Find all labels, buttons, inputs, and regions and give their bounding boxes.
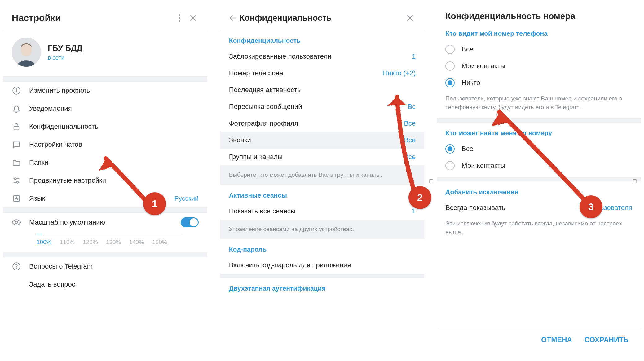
zoom-step[interactable]: 140% bbox=[129, 239, 144, 246]
help-label: Задать вопрос bbox=[29, 280, 75, 288]
svg-point-14 bbox=[15, 178, 16, 180]
menu-label: Папки bbox=[29, 158, 48, 167]
row-value: Никто (+2) bbox=[383, 69, 416, 77]
row-label: Заблокированные пользователи bbox=[229, 52, 412, 60]
zoom-step[interactable]: 110% bbox=[60, 239, 75, 246]
passcode-row[interactable]: Включить код-пароль для приложения bbox=[220, 257, 425, 274]
phone-privacy-header: Конфиденциальность номера bbox=[437, 6, 641, 23]
avatar bbox=[12, 38, 41, 67]
row-label: Группы и каналы bbox=[229, 153, 404, 161]
annotation-arrow-2 bbox=[378, 78, 440, 208]
radio-icon bbox=[445, 45, 455, 54]
svg-rect-11 bbox=[14, 126, 19, 130]
svg-point-19 bbox=[16, 268, 17, 269]
radio-icon bbox=[445, 161, 455, 170]
radio-icon bbox=[445, 78, 455, 87]
eye-icon bbox=[12, 218, 21, 227]
row-label: Звонки bbox=[229, 136, 404, 144]
menu-label: Изменить профиль bbox=[29, 87, 90, 95]
zoom-toggle[interactable] bbox=[181, 217, 199, 227]
svg-point-2 bbox=[179, 20, 180, 22]
radio-icon bbox=[445, 61, 455, 71]
help-icon bbox=[12, 280, 21, 289]
zoom-step[interactable]: 120% bbox=[83, 239, 98, 246]
menu-label: Настройки чатов bbox=[29, 140, 82, 149]
help-item-faq[interactable]: Вопросы о Telegram bbox=[3, 257, 207, 275]
svg-point-0 bbox=[179, 14, 180, 16]
section-privacy: Конфиденциальность bbox=[220, 30, 425, 48]
bell-icon bbox=[12, 104, 21, 113]
zoom-slider[interactable]: 100%110%120%130%140%150% bbox=[3, 232, 207, 252]
radio-label: Все bbox=[461, 145, 473, 153]
settings-title: Настройки bbox=[12, 13, 173, 23]
menu-label: Уведомления bbox=[29, 105, 72, 113]
radio-label: Все bbox=[461, 45, 473, 53]
annotation-badge-2: 2 bbox=[408, 186, 431, 209]
svg-point-17 bbox=[15, 221, 18, 224]
privacy-header: Конфиденциальность bbox=[220, 6, 425, 30]
back-icon[interactable] bbox=[226, 11, 240, 25]
privacy-title: Конфиденциальность bbox=[240, 13, 404, 23]
row-label: Номер телефона bbox=[229, 69, 383, 77]
radio-label: Мои контакты bbox=[461, 62, 505, 70]
menu-label: Язык bbox=[29, 194, 45, 203]
row-label: Фотография профиля bbox=[229, 119, 404, 127]
zoom-step[interactable]: 100% bbox=[37, 239, 52, 246]
menu-label: Конфиденциальность bbox=[29, 123, 98, 131]
sliders-icon bbox=[12, 176, 21, 185]
radio-see-contacts[interactable]: Мои контакты bbox=[437, 58, 641, 74]
help-label: Вопросы о Telegram bbox=[29, 262, 93, 270]
radio-icon bbox=[445, 144, 455, 154]
svg-point-15 bbox=[17, 181, 19, 183]
radio-see-nobody[interactable]: Никто bbox=[437, 74, 641, 91]
menu-item-edit-profile[interactable]: Изменить профиль bbox=[3, 82, 207, 100]
menu-item-notifications[interactable]: Уведомления bbox=[3, 100, 207, 118]
zoom-step[interactable]: 150% bbox=[152, 239, 167, 246]
row-value: 1 bbox=[412, 52, 416, 60]
section-2fa: Двухэтапная аутентификация bbox=[220, 278, 425, 296]
privacy-row-blocked[interactable]: Заблокированные пользователи1 bbox=[220, 48, 425, 65]
radio-see-all[interactable]: Все bbox=[437, 41, 641, 58]
folder-icon bbox=[12, 158, 21, 167]
section-who-sees: Кто видит мой номер телефона bbox=[437, 23, 641, 41]
help-item-ask[interactable]: Задать вопрос bbox=[3, 275, 207, 293]
phone-privacy-title: Конфиденциальность номера bbox=[445, 11, 633, 21]
zoom-step[interactable]: 130% bbox=[106, 239, 121, 246]
crop-marker: ◻ bbox=[632, 177, 637, 184]
section-passcode: Код-пароль bbox=[220, 239, 425, 257]
profile-name: ГБУ БДД bbox=[48, 43, 82, 53]
lock-icon bbox=[12, 122, 21, 131]
more-icon[interactable] bbox=[173, 11, 186, 25]
menu-value: Русский bbox=[174, 195, 199, 202]
svg-point-10 bbox=[16, 89, 17, 89]
svg-point-1 bbox=[179, 17, 180, 19]
radio-label: Никто bbox=[461, 79, 480, 87]
lang-icon bbox=[12, 194, 21, 203]
chat-icon bbox=[12, 140, 21, 149]
dialog-actions: ОТМЕНА СОХРАНИТЬ bbox=[437, 328, 641, 352]
help-icon bbox=[12, 262, 21, 271]
save-button[interactable]: СОХРАНИТЬ bbox=[584, 336, 629, 344]
settings-header: Настройки bbox=[3, 6, 207, 30]
close-icon[interactable] bbox=[403, 11, 417, 25]
profile-status: в сети bbox=[48, 54, 82, 61]
annotation-badge-1: 1 bbox=[143, 192, 166, 215]
close-icon[interactable] bbox=[186, 11, 200, 25]
profile-block[interactable]: ГБУ БДД в сети bbox=[3, 30, 207, 76]
annotation-badge-3: 3 bbox=[580, 195, 602, 218]
cancel-button[interactable]: ОТМЕНА bbox=[541, 336, 572, 344]
info-icon bbox=[12, 86, 21, 95]
sessions-note: Управление сеансами на других устройства… bbox=[220, 220, 425, 239]
menu-item-privacy[interactable]: Конфиденциальность bbox=[3, 118, 207, 136]
